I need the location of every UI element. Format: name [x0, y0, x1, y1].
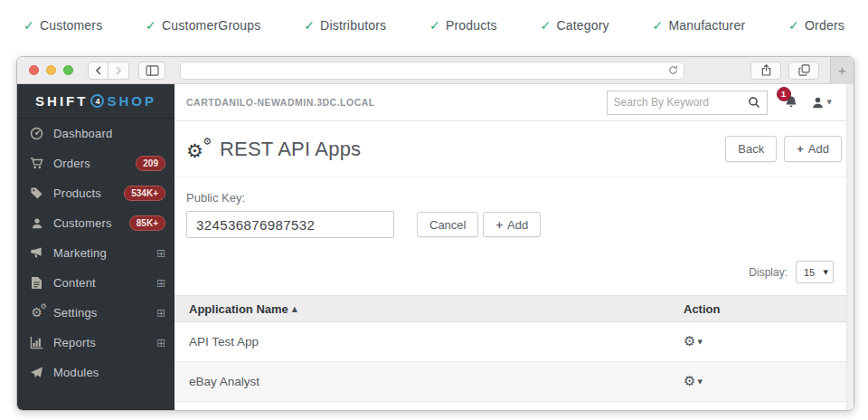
- sidebar-item-label: Reports: [53, 336, 156, 349]
- products-count-badge: 534K+: [124, 186, 165, 201]
- table-row[interactable]: API Test App ⚙ ▼: [175, 322, 854, 362]
- account-menu-button[interactable]: ▼: [811, 96, 832, 110]
- add-button-label: Add: [507, 218, 528, 232]
- sidebar-panel-icon: [146, 65, 159, 76]
- expand-plus-icon[interactable]: ⊞: [156, 337, 165, 349]
- tabs-overview-button[interactable]: [788, 62, 819, 80]
- display-count-select[interactable]: 15 ▼: [796, 261, 834, 283]
- sidebar-item-content[interactable]: Content ⊞: [17, 268, 175, 298]
- status-item-label: Category: [556, 18, 609, 33]
- search-icon[interactable]: [748, 96, 760, 109]
- shift4shop-logo[interactable]: SHIFT 4 SHOP: [17, 84, 175, 119]
- column-application-name[interactable]: Application Name ▲: [175, 302, 684, 316]
- app-name-cell: API Test App: [175, 335, 684, 348]
- check-icon: ✓: [788, 18, 799, 33]
- minimize-window-button[interactable]: [46, 65, 56, 75]
- browser-window: + SHIFT 4 SHOP Dashboard Orders: [16, 56, 854, 411]
- sidebar-item-label: Modules: [53, 366, 165, 379]
- reload-icon[interactable]: [668, 65, 678, 75]
- admin-topbar: CARTDANILO-NEWADMIN.3DC.LOCAL 1: [175, 84, 854, 121]
- page-title: REST API Apps: [220, 138, 361, 161]
- display-row: Display: 15 ▼: [175, 261, 854, 283]
- address-bar[interactable]: [180, 62, 684, 80]
- page-header: ⚙⚙ REST API Apps Back + Add: [175, 121, 854, 177]
- check-icon: ✓: [429, 18, 440, 33]
- sidebar-item-label: Content: [53, 276, 156, 290]
- status-item-customergroups[interactable]: ✓ CustomerGroups: [146, 18, 260, 33]
- check-icon: ✓: [653, 18, 664, 33]
- sidebar-item-marketing[interactable]: Marketing ⊞: [17, 238, 175, 268]
- status-item-label: Distributors: [320, 18, 386, 33]
- row-action-dropdown[interactable]: ⚙ ▼: [684, 375, 854, 388]
- expand-plus-icon[interactable]: ⊞: [156, 277, 165, 290]
- table-header: Application Name ▲ Action: [175, 295, 854, 322]
- logo-4-badge: 4: [90, 94, 104, 108]
- cancel-button[interactable]: Cancel: [417, 212, 478, 237]
- sidebar-toggle-button[interactable]: [138, 62, 165, 80]
- close-window-button[interactable]: [29, 65, 39, 75]
- add-button-label: Add: [808, 142, 829, 156]
- bar-chart-icon: [29, 336, 44, 349]
- search-input[interactable]: [614, 96, 748, 109]
- gear-icon: ⚙: [684, 335, 695, 348]
- status-item-customers[interactable]: ✓ Customers: [24, 18, 102, 33]
- sort-ascending-icon: ▲: [292, 305, 297, 313]
- sidebar-item-customers[interactable]: Customers 85K+: [17, 208, 175, 238]
- column-action: Action: [684, 302, 854, 316]
- status-item-category[interactable]: ✓ Category: [540, 18, 609, 33]
- chevron-down-icon: ▼: [827, 99, 832, 106]
- cart-icon: [29, 157, 44, 170]
- notifications-button[interactable]: 1: [784, 95, 798, 110]
- status-item-distributors[interactable]: ✓ Distributors: [304, 18, 386, 33]
- expand-plus-icon[interactable]: ⊞: [156, 247, 165, 260]
- plus-icon: +: [495, 218, 503, 232]
- sidebar-item-reports[interactable]: Reports ⊞: [17, 328, 175, 358]
- status-item-label: Manufacturer: [668, 18, 745, 33]
- chevron-down-icon: ▼: [824, 269, 828, 276]
- scrollbar[interactable]: [846, 84, 854, 411]
- app-name-cell: eBay Analyst: [175, 375, 684, 388]
- sidebar-item-orders[interactable]: Orders 209: [17, 148, 175, 178]
- status-item-label: Customers: [40, 18, 102, 33]
- sidebar-item-modules[interactable]: Modules: [17, 358, 175, 387]
- new-tab-button[interactable]: +: [830, 57, 854, 84]
- add-key-button[interactable]: + Add: [483, 212, 541, 237]
- zoom-window-button[interactable]: [63, 65, 73, 75]
- tags-icon: [29, 186, 44, 200]
- logo-text-shift: SHIFT: [35, 93, 88, 109]
- status-item-orders[interactable]: ✓ Orders: [788, 18, 844, 33]
- back-button[interactable]: [88, 62, 108, 80]
- chevron-right-icon: [115, 66, 122, 75]
- status-item-manufacturer[interactable]: ✓ Manufacturer: [653, 18, 746, 33]
- row-action-dropdown[interactable]: ⚙ ▼: [684, 335, 854, 348]
- check-icon: ✓: [540, 18, 551, 33]
- public-key-input[interactable]: [186, 211, 394, 238]
- sidebar-item-products[interactable]: Products 534K+: [17, 178, 175, 208]
- public-key-form: Public Key: Cancel + Add: [175, 177, 854, 238]
- logo-text-shop: SHOP: [107, 93, 156, 109]
- forward-button[interactable]: [108, 62, 129, 80]
- display-count-value: 15: [804, 267, 824, 278]
- chevron-down-icon: ▼: [697, 339, 702, 346]
- column-label: Action: [684, 302, 720, 316]
- status-item-label: CustomerGroups: [162, 18, 260, 33]
- user-icon: [29, 217, 44, 230]
- sidebar-item-label: Customers: [53, 216, 129, 230]
- expand-plus-icon[interactable]: ⊞: [156, 307, 165, 320]
- back-button[interactable]: Back: [725, 136, 777, 162]
- check-icon: ✓: [146, 18, 156, 33]
- status-item-products[interactable]: ✓ Products: [429, 18, 497, 33]
- table-row[interactable]: eBay Analyst ⚙ ▼: [175, 362, 854, 402]
- notification-count-badge: 1: [777, 87, 791, 101]
- dashboard-icon: [29, 127, 44, 140]
- check-icon: ✓: [24, 18, 34, 33]
- keyword-search[interactable]: [607, 91, 768, 115]
- sidebar-item-settings[interactable]: ⚙⚙ Settings ⊞: [17, 298, 175, 328]
- plus-icon: +: [797, 142, 804, 156]
- share-button[interactable]: [750, 62, 781, 80]
- address-input[interactable]: [186, 65, 668, 76]
- sidebar-item-dashboard[interactable]: Dashboard: [17, 119, 175, 148]
- add-app-button[interactable]: + Add: [784, 136, 842, 162]
- sidebar-item-label: Marketing: [53, 246, 156, 260]
- sidebar-item-label: Products: [53, 186, 124, 200]
